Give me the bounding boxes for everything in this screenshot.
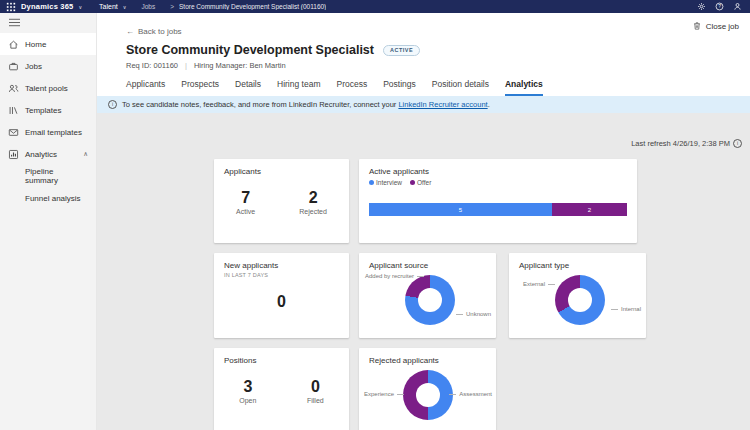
tab-hiring-team[interactable]: Hiring team <box>277 79 320 96</box>
sidebar-item-label: Jobs <box>25 62 42 71</box>
tab-applicants[interactable]: Applicants <box>126 79 165 96</box>
banner-text: To see candidate notes, feedback, and mo… <box>122 100 398 109</box>
legend-dot-interview <box>369 180 374 185</box>
card-title: Active applicants <box>359 159 637 176</box>
top-navigation-bar: Dynamics 365 ∨ Talent ∨ Jobs > Store Com… <box>0 0 750 13</box>
sidebar-item-label: Email templates <box>25 128 82 137</box>
sidebar-item-email-templates[interactable]: Email templates <box>0 121 96 143</box>
linkedin-info-banner: To see candidate notes, feedback, and mo… <box>97 96 750 113</box>
library-icon <box>8 105 19 116</box>
close-job-button[interactable]: Close job <box>692 21 739 31</box>
back-to-jobs-link[interactable]: ← Back to jobs <box>126 27 182 36</box>
rejected-applicants-donut-chart[interactable] <box>403 370 453 420</box>
card-title: New applicants <box>214 253 349 270</box>
close-job-label: Close job <box>706 22 739 31</box>
legend-offer: Offer <box>410 179 431 186</box>
tab-postings[interactable]: Postings <box>383 79 416 96</box>
sidebar-item-jobs[interactable]: Jobs <box>0 55 96 77</box>
tab-analytics[interactable]: Analytics <box>505 79 543 96</box>
applicant-type-donut-chart[interactable] <box>555 275 605 325</box>
legend-label: Interview <box>376 179 402 186</box>
chevron-up-icon[interactable]: ∧ <box>83 150 88 158</box>
card-title: Rejected applicants <box>359 348 496 365</box>
donut-label-external: External <box>523 281 555 287</box>
back-link-label: Back to jobs <box>138 27 182 36</box>
bar-segment-offer[interactable]: 2 <box>552 203 627 216</box>
app-launcher-waffle-icon[interactable] <box>6 2 16 12</box>
stat-label: Rejected <box>299 208 327 215</box>
hiring-manager: Hiring Manager: Ben Martin <box>194 61 286 70</box>
analytics-dashboard: Last refresh 4/26/19, 2:38 PM Applicants… <box>97 113 750 430</box>
back-arrow-icon: ← <box>126 27 134 36</box>
chart-legend: Interview Offer <box>359 176 637 186</box>
job-tabs: Applicants Prospects Details Hiring team… <box>126 79 750 96</box>
stat-rejected: 2 Rejected <box>299 189 327 215</box>
breadcrumb-separator: > <box>170 3 174 10</box>
bar-chart-icon <box>8 149 19 160</box>
legend-interview: Interview <box>369 179 402 186</box>
last-refresh-text: Last refresh 4/26/19, 2:38 PM <box>631 139 730 148</box>
hamburger-menu-icon[interactable] <box>0 13 96 33</box>
sidebar-item-talent-pools[interactable]: Talent pools <box>0 77 96 99</box>
donut-label-internal: Internal <box>611 306 641 312</box>
donut-label-added-by-recruiter: Added by recruiter <box>365 273 424 279</box>
stat-label: Active <box>236 208 255 215</box>
card-title: Applicant type <box>509 253 646 270</box>
tab-prospects[interactable]: Prospects <box>181 79 219 96</box>
account-person-icon[interactable] <box>733 2 742 11</box>
breadcrumb-root[interactable]: Jobs <box>141 3 155 10</box>
mail-icon <box>8 127 19 138</box>
stat-open: 3 Open <box>239 378 256 404</box>
bar-value: 2 <box>588 207 591 213</box>
sidebar-item-label: Home <box>25 40 46 49</box>
new-applicants-card: New applicants IN LAST 7 DAYS 0 <box>214 253 349 338</box>
tab-details[interactable]: Details <box>235 79 261 96</box>
stat-value: 2 <box>299 189 327 207</box>
people-icon <box>8 83 19 94</box>
legend-label: Offer <box>417 179 431 186</box>
meta-divider: | <box>185 61 187 70</box>
applicant-source-card: Applicant source Added by recruiter Unkn… <box>359 253 496 338</box>
svg-text:?: ? <box>718 4 721 9</box>
stat-label: Open <box>239 397 256 404</box>
stat-value: 7 <box>236 189 255 207</box>
sidebar-item-label: Pipeline summary <box>25 167 88 185</box>
active-applicants-card: Active applicants Interview Offer <box>359 159 637 243</box>
card-subtitle: IN LAST 7 DAYS <box>214 270 349 278</box>
sidebar-item-analytics[interactable]: Analytics ∧ <box>0 143 96 165</box>
settings-gear-icon[interactable] <box>697 2 706 11</box>
sidebar-item-label: Analytics <box>25 150 57 159</box>
sidebar-item-funnel-analysis[interactable]: Funnel analysis <box>0 187 96 209</box>
card-title: Applicant source <box>359 253 496 270</box>
stat-label: Filled <box>307 397 324 404</box>
donut-label-unknown: Unknown <box>456 311 491 317</box>
app-name[interactable]: Dynamics 365 <box>21 2 73 11</box>
stat-value: 0 <box>307 378 324 396</box>
sidebar-item-label: Talent pools <box>25 84 68 93</box>
rejected-applicants-card: Rejected applicants Experience Assessmen… <box>359 348 496 430</box>
status-badge: ACTIVE <box>383 45 420 56</box>
donut-label-assessment: Assessment <box>449 391 492 397</box>
donut-label-experience: Experience <box>364 391 404 397</box>
job-header: ← Back to jobs Store Community Developme… <box>97 13 750 96</box>
req-id: Req ID: 001160 <box>126 61 178 70</box>
tab-position-details[interactable]: Position details <box>432 79 489 96</box>
sidebar-item-home[interactable]: Home <box>0 33 96 55</box>
bar-segment-interview[interactable]: 5 <box>369 203 552 216</box>
legend-dot-offer <box>410 180 415 185</box>
briefcase-icon <box>8 61 19 72</box>
sidebar-item-templates[interactable]: Templates <box>0 99 96 121</box>
sidebar-item-pipeline-summary[interactable]: Pipeline summary <box>0 165 96 187</box>
card-title: Positions <box>214 348 349 365</box>
applicant-type-card: Applicant type External Internal <box>509 253 646 338</box>
breadcrumb-current: Store Community Development Specialist (… <box>179 3 326 10</box>
linkedin-recruiter-account-link[interactable]: LinkedIn Recruiter account <box>398 100 487 109</box>
applicant-source-donut-chart[interactable] <box>405 275 455 325</box>
bar-value: 5 <box>459 207 462 213</box>
trash-icon <box>692 21 702 31</box>
home-icon <box>8 39 19 50</box>
module-name[interactable]: Talent <box>99 3 118 10</box>
tab-process[interactable]: Process <box>336 79 367 96</box>
help-icon[interactable]: ? <box>715 2 724 11</box>
page-title: Store Community Development Specialist <box>126 43 374 57</box>
